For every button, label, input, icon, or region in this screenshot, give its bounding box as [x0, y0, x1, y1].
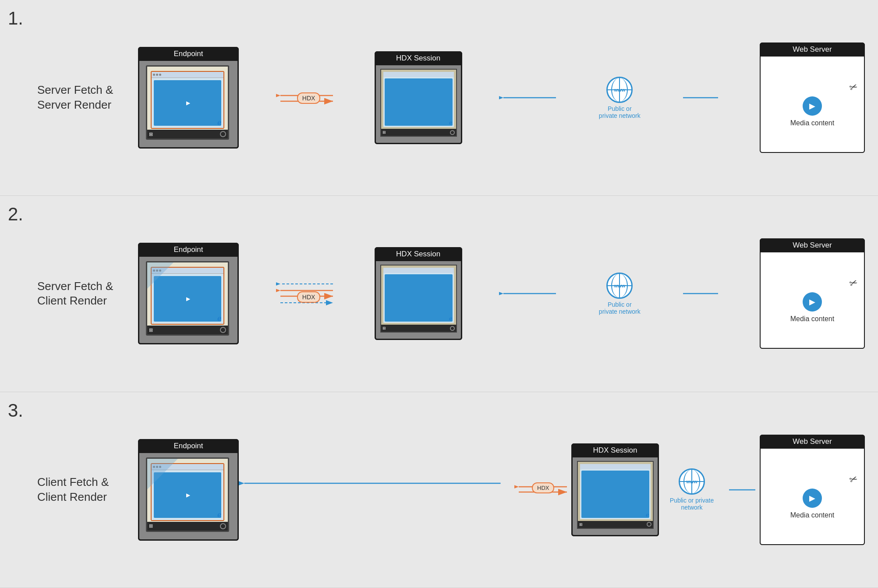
ie-icon-2: ℯ	[217, 314, 221, 322]
play-icon-2	[181, 293, 194, 305]
scissors-icon-3: ✂	[848, 473, 859, 486]
endpoint-screen-1: ℯ ⊞	[146, 65, 229, 140]
hdx-title-3: HDX Session	[571, 443, 659, 457]
media-icon-2: ▶	[803, 292, 822, 312]
webserver-device-1: Web Server ✂ ▶ Media content	[760, 43, 865, 153]
row-label-2: Server Fetch & Client Render	[37, 279, 125, 309]
endpoint-title-1: Endpoint	[138, 47, 239, 61]
diagram-area-1: Endpoint	[125, 9, 865, 187]
hdx-screen-3: ℯ ⊞	[577, 461, 654, 529]
network-globe-1: www Public or private network	[598, 77, 641, 119]
media-label-3: Media content	[790, 511, 835, 519]
network-arrow-svg-1	[499, 89, 560, 106]
browser-window-1: ℯ	[151, 71, 224, 129]
hdx-badge-2: HDX	[297, 291, 321, 303]
endpoint-screen-3: ℯ ⊞	[146, 457, 229, 532]
webserver-arrow-svg-1	[679, 89, 722, 106]
row-1: 1. Server Fetch & Server Render Endpoint	[0, 0, 878, 196]
network-label-3: Public or private network	[668, 497, 716, 511]
hdx-screen-2: ℯ ⊞	[380, 265, 457, 333]
network-label-1: Public or private network	[598, 105, 641, 119]
play-icon-3	[181, 489, 194, 501]
ie-icon-3: ℯ	[217, 510, 221, 519]
network-globe-2: www Public or private network	[598, 273, 641, 315]
endpoint-taskbar-1: ⊞	[147, 130, 228, 138]
hdx-screen-1: ℯ ⊞	[380, 69, 457, 137]
webserver-device-2: Web Server ✂ ▶ Media content	[760, 238, 865, 349]
webserver-device-3: Web Server ✂ ▶ Media content	[760, 435, 865, 545]
scissors-icon-1: ✂	[848, 81, 859, 94]
media-label-1: Media content	[790, 119, 835, 127]
main-arrow-area-3	[239, 477, 514, 503]
hdx-title-2: HDX Session	[375, 247, 462, 261]
row-3: 3. Client Fetch & Client Render Endpoint	[0, 392, 878, 588]
row-number-3: 3.	[8, 400, 23, 421]
diagram-area-2: Endpoint ℯ	[125, 205, 865, 383]
hdx-device-2: HDX Session ℯ ⊞	[375, 247, 462, 340]
hdx-device-3: HDX Session ℯ ⊞	[571, 443, 659, 536]
webserver-title-1: Web Server	[760, 43, 865, 57]
row-label-3: Client Fetch & Client Render	[37, 475, 125, 505]
endpoint-title-2: Endpoint	[138, 243, 239, 257]
webserver-title-3: Web Server	[760, 435, 865, 449]
hdx-badge-3: HDX	[532, 482, 554, 493]
hdx-arrow-area-2: HDX	[276, 282, 337, 306]
browser-window-2: ℯ	[151, 267, 224, 325]
webserver-arrow-area-1	[679, 89, 722, 106]
endpoint-taskbar-3: ⊞	[147, 522, 228, 531]
hdx-badge-1: HDX	[297, 92, 321, 104]
network-label-2: Public or private network	[598, 301, 641, 315]
network-globe-3: www Public or private network	[668, 468, 716, 511]
scissors-icon-2: ✂	[848, 276, 859, 290]
hdx-arrow-area-3: HDX	[514, 479, 571, 500]
media-label-2: Media content	[790, 315, 835, 323]
endpoint-title-3: Endpoint	[138, 439, 239, 453]
webserver-body-1: ✂ ▶ Media content	[760, 57, 865, 153]
row-number-2: 2.	[8, 204, 23, 225]
endpoint-taskbar-2: ⊞	[147, 326, 228, 334]
endpoint-device-3: Endpoint ℯ	[138, 439, 239, 541]
play-icon-1	[181, 97, 194, 109]
endpoint-device-2: Endpoint ℯ	[138, 243, 239, 344]
hdx-arrow-area-1: HDX	[276, 89, 337, 106]
endpoint-screen-2: ℯ ⊞	[146, 261, 229, 336]
row-number-1: 1.	[8, 8, 23, 29]
network-arrow-area-2	[499, 285, 560, 302]
row-label-1: Server Fetch & Server Render	[37, 83, 125, 113]
diagram-area-3: Endpoint ℯ	[125, 401, 865, 579]
network-arrow-area-1	[499, 89, 560, 106]
endpoint-device-1: Endpoint	[138, 47, 239, 149]
hdx-device-1: HDX Session ℯ ⊞	[375, 51, 462, 144]
media-icon-1: ▶	[803, 96, 822, 116]
row-2: 2. Server Fetch & Client Render Endpoint	[0, 196, 878, 392]
webserver-title-2: Web Server	[760, 238, 865, 252]
media-icon-3: ▶	[803, 489, 822, 508]
ie-icon-1: ℯ	[217, 118, 221, 127]
browser-window-3: ℯ	[151, 463, 224, 521]
hdx-title-1: HDX Session	[375, 51, 462, 65]
